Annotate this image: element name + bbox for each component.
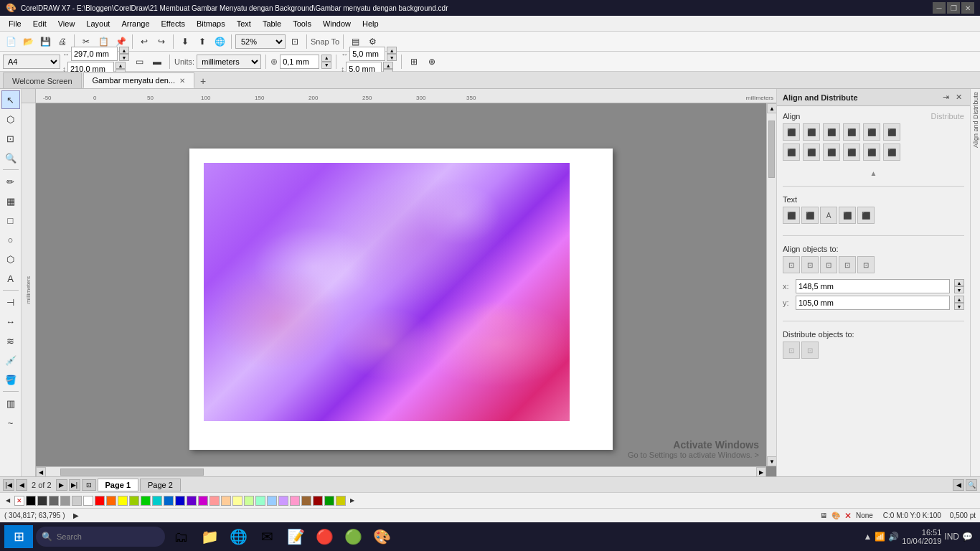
x-coord-spin[interactable]: ▲ ▼ <box>954 279 964 293</box>
menu-table[interactable]: Table <box>257 18 287 29</box>
no-color-swatch[interactable]: ✕ <box>14 496 24 506</box>
taskbar-app-chrome[interactable]: 🔴 <box>311 524 337 550</box>
color-swatch-silver[interactable] <box>72 496 82 506</box>
tab-gambar-menyatu[interactable]: Gambar menyatu den... ✕ <box>83 72 195 88</box>
color-swatch-lightblue[interactable] <box>267 496 277 506</box>
menu-layout[interactable]: Layout <box>80 18 116 29</box>
dup-h-input[interactable] <box>349 47 385 61</box>
menu-view[interactable]: View <box>52 18 81 29</box>
taskbar-app-corel[interactable]: 🎨 <box>369 524 395 550</box>
color-swatch-lightgreen[interactable] <box>244 496 254 506</box>
nudge-down-button[interactable]: ▼ <box>321 62 331 69</box>
taskbar-app-green[interactable]: 🟢 <box>340 524 366 550</box>
export-button[interactable]: ⬆ <box>194 34 210 50</box>
distribute-to-selection-button[interactable]: ⊡ <box>783 342 800 359</box>
x-up-button[interactable]: ▲ <box>954 279 964 286</box>
align-to-margin-button[interactable]: ⊡ <box>820 256 837 273</box>
color-swatch-black[interactable] <box>26 496 36 506</box>
y-coord-input[interactable] <box>796 296 950 310</box>
tray-up-arrow[interactable]: ▲ <box>863 532 872 542</box>
minimize-button[interactable]: ─ <box>933 2 946 14</box>
next-page-button[interactable]: ▶ <box>56 479 67 491</box>
color-swatch-green[interactable] <box>141 496 151 506</box>
vertical-scrollbar[interactable]: ▲ ▼ <box>766 103 776 466</box>
blend-tool[interactable]: ≋ <box>1 331 20 350</box>
tray-network-icon[interactable]: 📶 <box>875 532 885 542</box>
align-center-v-button[interactable]: ⬛ <box>803 143 820 161</box>
scroll-up-button[interactable]: ▲ <box>767 103 776 113</box>
text-align-right-button[interactable]: A <box>820 207 837 224</box>
prev-page-button[interactable]: ◀ <box>16 479 27 491</box>
first-page-button[interactable]: |◀ <box>3 479 14 491</box>
color-swatch-lavender[interactable] <box>278 496 288 506</box>
menu-arrange[interactable]: Arrange <box>116 18 155 29</box>
parallel-dim-tool[interactable]: ⊣ <box>1 293 20 311</box>
x-coord-input[interactable] <box>796 279 950 293</box>
hscroll-thumb[interactable] <box>60 468 204 476</box>
ellipse-tool[interactable]: ○ <box>1 230 20 249</box>
align-distribute-tab[interactable]: Align and Distribute <box>971 89 980 151</box>
color-swatch-blue[interactable] <box>164 496 174 506</box>
color-swatch-rose[interactable] <box>290 496 300 506</box>
zoom-fit-button[interactable]: ⊡ <box>287 34 303 50</box>
color-swatch-peach[interactable] <box>221 496 231 506</box>
notification-icon[interactable]: 💬 <box>962 532 973 542</box>
page-tab-1[interactable]: Page 1 <box>98 479 138 491</box>
align-top-button[interactable]: ⬛ <box>783 143 800 161</box>
align-to-grid-button[interactable]: ⊡ <box>839 256 856 273</box>
text-align-center-button[interactable]: ⬛ <box>801 207 819 224</box>
color-swatch-darkgreen[interactable] <box>324 496 334 506</box>
page-size-select[interactable]: A4 <box>3 55 60 69</box>
lang-indicator[interactable]: IND <box>944 532 959 542</box>
system-clock[interactable]: 16:51 10/04/2019 <box>902 528 941 545</box>
distribute-bottom-button[interactable]: ⬛ <box>883 143 900 161</box>
y-down-button[interactable]: ▼ <box>954 303 964 310</box>
search-bar[interactable]: 🔍 Search <box>36 527 165 547</box>
tab-welcome-screen[interactable]: Welcome Screen <box>3 72 82 88</box>
paintbucket-tool[interactable]: 🪣 <box>1 370 20 389</box>
scroll-down-button[interactable]: ▼ <box>767 456 776 466</box>
menu-bitmaps[interactable]: Bitmaps <box>191 18 231 29</box>
menu-text[interactable]: Text <box>231 18 257 29</box>
connector-tool[interactable]: ↔ <box>1 312 20 331</box>
tab-close-icon[interactable]: ✕ <box>179 77 185 85</box>
color-swatch-magenta[interactable] <box>198 496 208 506</box>
align-bottom-button[interactable]: ⬛ <box>823 143 840 161</box>
menu-file[interactable]: File <box>3 18 27 29</box>
save-button[interactable]: 💾 <box>37 34 53 50</box>
add-tab-button[interactable]: + <box>196 74 210 88</box>
height-up-button[interactable]: ▲ <box>116 62 126 69</box>
last-page-button[interactable]: ▶| <box>69 479 80 491</box>
menu-window[interactable]: Window <box>317 18 357 29</box>
align-to-object-button[interactable]: ⊡ <box>857 256 875 273</box>
text-align-last-button[interactable]: ⬛ <box>857 207 875 224</box>
freehand-tool[interactable]: ✏ <box>1 172 20 191</box>
pen-mode-button[interactable]: ▶ <box>70 510 83 522</box>
add-page-tab-button[interactable]: ⊡ <box>82 479 96 491</box>
page-tab-2[interactable]: Page 2 <box>140 479 181 491</box>
zoom-select[interactable]: 52% 100% 200% Fit Page <box>235 34 286 49</box>
nudge-up-button[interactable]: ▲ <box>321 55 331 62</box>
taskbar-app-mail[interactable]: ✉ <box>254 524 280 550</box>
scroll-right-button[interactable]: ▶ <box>756 467 766 476</box>
open-button[interactable]: 📂 <box>20 34 36 50</box>
panel-controls[interactable]: ⇥ ✕ <box>940 92 964 103</box>
add-page-button[interactable]: ⊕ <box>424 54 440 70</box>
panel-detach-button[interactable]: ⇥ <box>940 92 951 103</box>
text-align-justify-button[interactable]: ⬛ <box>839 207 856 224</box>
color-swatch-cyan[interactable] <box>152 496 162 506</box>
portrait-button[interactable]: ▭ <box>131 54 147 70</box>
color-swatch-orange[interactable] <box>106 496 116 506</box>
x-down-button[interactable]: ▼ <box>954 286 964 293</box>
taskbar-app-browser[interactable]: 🌐 <box>225 524 251 550</box>
dup-h-down-button[interactable]: ▼ <box>387 54 397 61</box>
scrollbar-thumb[interactable] <box>768 121 775 178</box>
color-swatch-gray[interactable] <box>49 496 59 506</box>
publish-button[interactable]: 🌐 <box>212 34 227 50</box>
dup-h-up-button[interactable]: ▲ <box>387 47 397 54</box>
taskbar-app-word[interactable]: 📝 <box>283 524 308 550</box>
rectangle-tool[interactable]: □ <box>1 211 20 230</box>
color-swatch-darkgray[interactable] <box>37 496 47 506</box>
tray-volume-icon[interactable]: 🔊 <box>888 532 899 542</box>
dup-v-up-button[interactable]: ▲ <box>383 62 393 69</box>
